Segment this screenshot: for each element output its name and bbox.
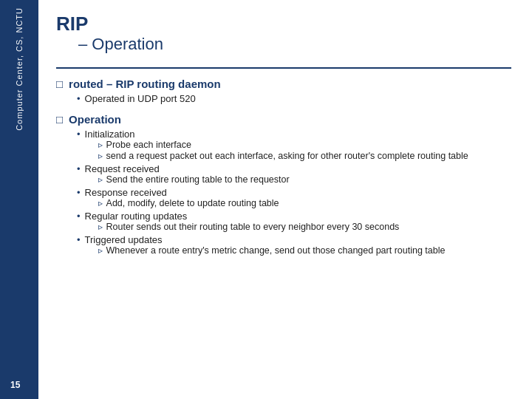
page-number: 15	[10, 380, 20, 390]
item-text: Response received	[85, 187, 167, 198]
sub-list: ▹ Add, modify, delete to update routing …	[98, 198, 279, 208]
item-block: Triggered updates ▹ Whenever a route ent…	[85, 234, 446, 256]
title-area: RIP – Operation	[56, 13, 511, 54]
section2-list: • Initialization ▹ Probe each interface …	[77, 129, 511, 256]
main-title: RIP	[56, 13, 511, 35]
arrow-icon: ▹	[98, 198, 103, 208]
sidebar: Computer Center, CS, NCTU 15	[0, 0, 38, 399]
item-text: Triggered updates	[85, 234, 163, 245]
item-text: Request received	[85, 163, 160, 174]
sub-item: ▹ Probe each interface	[98, 140, 468, 150]
bullet-dot: •	[77, 187, 81, 198]
sub-list: ▹ Send the entire routing table to the r…	[98, 174, 290, 185]
bullet-dot: •	[77, 129, 81, 140]
arrow-icon: ▹	[98, 245, 103, 256]
section1-title: routed – RIP routing daemon	[69, 78, 221, 90]
sub-text: send a request packet out each interface…	[106, 151, 468, 161]
item-block: Response received ▹ Add, modify, delete …	[85, 187, 279, 209]
section2-title: Operation	[69, 113, 121, 126]
list-item: • Operated in UDP port 520	[77, 93, 511, 104]
section1-header: □ routed – RIP routing daemon	[56, 78, 511, 90]
bullet-dot: •	[77, 211, 81, 222]
sub-text: Probe each interface	[106, 140, 191, 150]
divider	[56, 67, 511, 69]
sub-list: ▹ Whenever a route entry's metric change…	[98, 245, 446, 256]
main-content: RIP – Operation □ routed – RIP routing d…	[38, 0, 532, 399]
sidebar-label: Computer Center, CS, NCTU	[14, 7, 24, 131]
sub-item: ▹ Router sends out their routing table t…	[98, 222, 400, 232]
list-item: • Regular routing updates ▹ Router sends…	[77, 211, 511, 233]
arrow-icon: ▹	[98, 151, 103, 161]
list-item: • Initialization ▹ Probe each interface …	[77, 129, 511, 162]
bullet-dot: •	[77, 163, 81, 174]
section1-list: • Operated in UDP port 520	[77, 93, 511, 104]
sub-text: Send the entire routing table to the req…	[106, 174, 290, 185]
sub-text: Add, modify, delete to update routing ta…	[106, 198, 279, 208]
sub-text: Router sends out their routing table to …	[106, 222, 400, 232]
arrow-icon: ▹	[98, 222, 103, 232]
list-item: • Request received ▹ Send the entire rou…	[77, 163, 511, 185]
section-routed: □ routed – RIP routing daemon • Operated…	[56, 78, 511, 106]
sub-list: ▹ Router sends out their routing table t…	[98, 222, 400, 232]
sub-item: ▹ send a request packet out each interfa…	[98, 151, 468, 161]
sub-item: ▹ Add, modify, delete to update routing …	[98, 198, 279, 208]
subtitle: – Operation	[78, 35, 511, 54]
item-block: Regular routing updates ▹ Router sends o…	[85, 211, 400, 233]
item-text: Regular routing updates	[85, 211, 188, 222]
item-text: Initialization	[85, 129, 135, 140]
list-item: • Triggered updates ▹ Whenever a route e…	[77, 234, 511, 256]
section2-header: □ Operation	[56, 113, 511, 126]
section-operation: □ Operation • Initialization ▹ Probe eac…	[56, 113, 511, 258]
arrow-icon: ▹	[98, 174, 103, 185]
arrow-icon: ▹	[98, 140, 103, 150]
bullet-dot: •	[77, 93, 81, 104]
q-bullet-2: □	[56, 113, 63, 126]
sub-item: ▹ Send the entire routing table to the r…	[98, 174, 290, 185]
sub-list: ▹ Probe each interface ▹ send a request …	[98, 140, 468, 161]
item-text: Operated in UDP port 520	[85, 93, 196, 104]
item-block: Request received ▹ Send the entire routi…	[85, 163, 290, 185]
item-block: Initialization ▹ Probe each interface ▹ …	[85, 129, 468, 162]
list-item: • Response received ▹ Add, modify, delet…	[77, 187, 511, 209]
bullet-dot: •	[77, 234, 81, 245]
sub-text: Whenever a route entry's metric change, …	[106, 245, 446, 256]
sub-item: ▹ Whenever a route entry's metric change…	[98, 245, 446, 256]
q-bullet-1: □	[56, 78, 63, 90]
